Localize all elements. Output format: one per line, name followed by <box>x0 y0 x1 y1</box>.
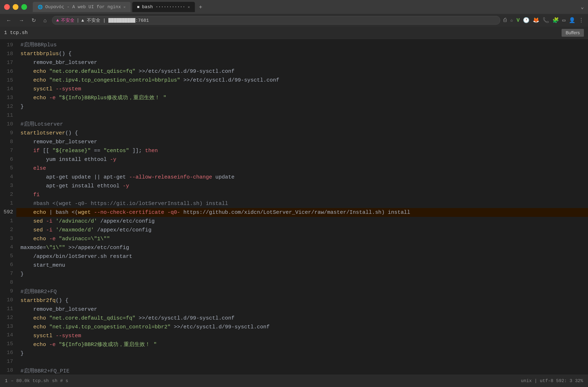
phone-icon[interactable]: 📞 <box>543 17 549 23</box>
code-token: '/maxmode/d' <box>56 226 94 234</box>
nav-bar: ← → ↻ ⌂ ▲ 不安全 | ▲ 不安全 | ██████████:7681 … <box>0 14 588 27</box>
code-content: #启用BBRplus startbbrplus() { remove_bbr_l… <box>16 39 588 386</box>
tab-close-bash[interactable]: ✕ <box>188 5 190 9</box>
code-token: >>/etc/sysctl.d/99-sysctl.conf <box>136 67 235 76</box>
code-line-s17 <box>16 358 588 367</box>
code-token: /appex/etc/config <box>97 217 155 226</box>
code-token: fi <box>21 190 40 199</box>
code-token <box>46 234 49 243</box>
code-token: "centos" <box>104 146 129 155</box>
status-left: 1 – 80.0k tcp.sh sh # s <box>5 378 68 384</box>
code-line-2: startbbrplus() { <box>16 49 588 58</box>
buffers-button[interactable]: Buffers <box>562 29 584 37</box>
code-line-s18: #启用BBR2+FQ_PIE <box>16 367 588 376</box>
tab-close-ouranos[interactable]: ✕ <box>124 5 126 9</box>
code-token: --system <box>56 331 81 340</box>
status-right: unix | utf-8 592: 3 32% <box>521 378 583 384</box>
code-token: "net.ipv4.tcp_congestion_control=bbrplus… <box>49 76 180 85</box>
line-num-14: 14 <box>0 85 16 93</box>
tab-label-bash: bash ··········· <box>142 4 185 10</box>
code-token: sysctl <box>21 331 56 340</box>
back-button[interactable]: ← <box>4 16 14 24</box>
tab-label-ouranos: Ουρανός - A web UI for nginx <box>45 4 121 10</box>
code-token: echo <box>21 314 49 323</box>
status-bar: 1 – 80.0k tcp.sh sh # s unix | utf-8 592… <box>0 375 588 387</box>
bookmark-icon[interactable]: ☆ <box>510 17 513 23</box>
code-line-592: echo | bash <(wget --no-check-certificat… <box>16 208 588 217</box>
line-num-6b: 6 <box>0 260 16 269</box>
code-token: ]]; <box>129 146 145 155</box>
minimize-button[interactable] <box>13 4 19 10</box>
url-text[interactable]: ▲ 不安全 | ██████████:7681 <box>81 17 149 23</box>
line-num-10b: 10 <box>0 296 16 304</box>
code-token: --system <box>56 85 81 93</box>
code-token: https://github.com/xidcn/LotServer_Vicer… <box>180 208 410 217</box>
tab-list-icon[interactable]: ⌄ <box>581 4 584 10</box>
code-token: "net.core.default_qdisc=fq" <box>49 314 135 323</box>
code-token: () { <box>56 296 68 305</box>
code-line-15: else <box>16 164 588 173</box>
line-num-13b: 13 <box>0 322 16 331</box>
code-token: remove_bbr_lotserver <box>21 137 97 146</box>
code-line-7: echo -e "${Info}BBRplus修改成功，重启生效！ " <box>16 93 588 102</box>
fox-icon[interactable]: 🦊 <box>533 17 539 23</box>
line-num-3b: 3 <box>0 234 16 243</box>
security-warning-icon: ▲ <box>56 18 59 23</box>
code-token: echo <box>21 76 49 85</box>
menu-icon[interactable]: ⋮ <box>579 17 584 23</box>
close-button[interactable] <box>4 4 10 10</box>
nav-icons: ⎙ ☆ V 🕐 🦊 📞 🧩 ▭ 👤 ⋮ <box>504 17 584 23</box>
code-line-s13: echo "net.ipv4.tcp_congestion_control=bb… <box>16 323 588 331</box>
line-num-5b: 5 <box>0 251 16 260</box>
forward-button[interactable]: → <box>17 16 26 24</box>
code-token: else <box>21 164 46 173</box>
address-bar[interactable]: ▲ 不安全 | ▲ 不安全 | ██████████:7681 <box>52 16 500 24</box>
code-token: >>/etc/sysctl.d/99-sysctl.conf <box>180 76 279 85</box>
code-line-8: } <box>16 102 588 111</box>
code-token <box>52 217 56 226</box>
maximize-button[interactable] <box>21 4 27 10</box>
line-num-7b: 7 <box>0 269 16 278</box>
code-line-17: apt-get install ethtool -y <box>16 182 588 190</box>
code-token: } <box>21 102 24 111</box>
code-line-s9: #启用BBR2+FQ <box>16 287 588 296</box>
filename-label: 1 tcp.sh <box>4 30 28 35</box>
clock-icon[interactable]: 🕐 <box>523 17 529 23</box>
tab-ouranos[interactable]: 🌐 Ουρανός - A web UI for nginx ✕ <box>33 2 131 12</box>
code-token: maxmode= <box>21 243 46 252</box>
code-line-s14: sysctl --system <box>16 331 588 340</box>
code-token: -i <box>46 217 52 226</box>
profile-icon[interactable]: 👤 <box>569 17 575 23</box>
home-button[interactable]: ⌂ <box>41 16 49 24</box>
code-token: /appex/etc/config <box>94 226 151 234</box>
tab-bash[interactable]: ■ bash ··········· ✕ <box>132 2 195 12</box>
line-num-15b: 15 <box>0 340 16 348</box>
code-token: remove_bbr_lotserver <box>21 58 97 67</box>
line-num-16b: 16 <box>0 348 16 357</box>
code-line-1: #启用BBRplus <box>16 41 588 49</box>
new-tab-button[interactable]: + <box>197 3 205 11</box>
code-line-19: #bash <(wget -q0- https://git.io/lotServ… <box>16 199 588 208</box>
puzzle-icon[interactable]: 🧩 <box>552 17 559 23</box>
sidebar-icon[interactable]: ▭ <box>562 17 566 23</box>
code-line-s2: sed -i '/maxmode/d' /appex/etc/config <box>16 226 588 234</box>
line-num-19a: 19 <box>0 41 16 49</box>
v-icon[interactable]: V <box>517 17 520 23</box>
share-icon[interactable]: ⎙ <box>504 17 507 23</box>
code-line-s1: sed -i '/advinacc/d' /appex/etc/config <box>16 217 588 226</box>
code-token: [[ <box>40 146 52 155</box>
line-num-3a: 3 <box>0 181 16 190</box>
code-token: apt-get update || apt-get <box>21 173 129 182</box>
refresh-button[interactable]: ↻ <box>29 16 38 24</box>
code-line-s16: } <box>16 349 588 358</box>
code-token: -e <box>49 93 59 102</box>
code-token <box>56 234 59 243</box>
code-line-s4: maxmode=\"1\"" >>/appex/etc/config <box>16 243 588 252</box>
code-token: echo <box>21 208 46 217</box>
security-warning-text: 不安全 <box>61 17 75 23</box>
line-num-4: 4 <box>0 172 16 181</box>
code-token: #bash <(wget -q0- https://git.io/lotServ… <box>21 199 228 208</box>
traffic-lights <box>4 4 27 10</box>
code-editor: 19 18 17 16 15 14 13 12 11 10 9 8 7 6 5 … <box>0 39 588 386</box>
line-num-8: 8 <box>0 137 16 146</box>
